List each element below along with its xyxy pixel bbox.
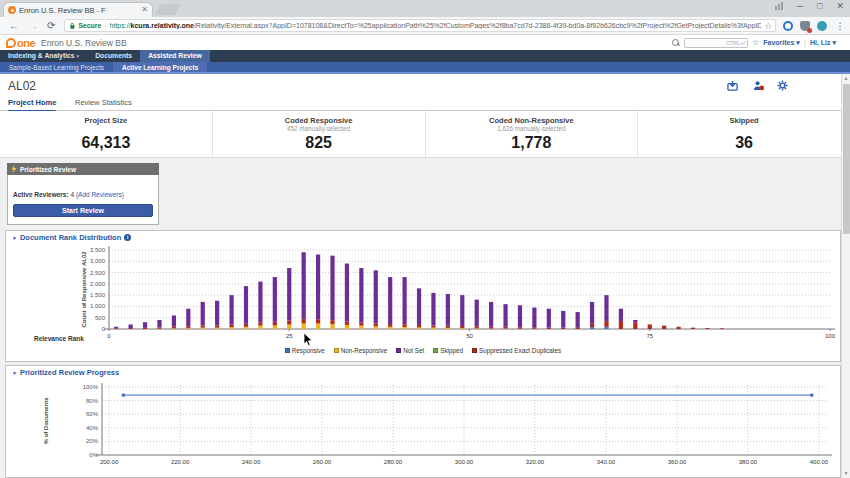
bar-segment-not_set (460, 295, 464, 326)
bar-segment-suppressed (446, 326, 450, 328)
chart-legend: ResponsiveNon-ResponsiveNot SetSkippedSu… (6, 347, 840, 354)
bar-segment-responsive (590, 327, 594, 329)
page-title: AL02 (8, 79, 36, 93)
rank-distribution-header[interactable]: ▼ Document Rank Distribution i (6, 231, 840, 242)
address-bar[interactable]: Secure | https://kcura.relativity.one/Re… (64, 19, 776, 32)
window-close-button[interactable]: ✕ (836, 1, 844, 11)
bar-segment-non_responsive (302, 323, 306, 329)
bar-segment-not_set (330, 256, 334, 321)
tab-review-statistics[interactable]: Review Statistics (75, 98, 132, 110)
add-reviewers-link[interactable]: (Add Reviewers) (76, 191, 124, 198)
nav-assisted-review[interactable]: Assisted Review (140, 50, 210, 62)
y-tick-label: 2,500 (90, 270, 106, 276)
stat-value: 64,313 (0, 134, 212, 152)
bar-segment-suppressed (561, 328, 565, 329)
stat-coded-non-responsive: Coded Non-Responsive 1,626 manually-sele… (425, 111, 638, 157)
x-tick-label: 75 (646, 333, 653, 339)
legend-swatch (433, 348, 438, 353)
settings-gear-icon[interactable] (777, 80, 788, 91)
bar-segment-suppressed (576, 328, 580, 329)
bar-segment-suppressed (604, 321, 608, 327)
collapse-icon[interactable]: ▼ (12, 235, 17, 241)
bar-segment-suppressed (532, 327, 536, 329)
widget-header[interactable]: Prioritized Review (7, 163, 159, 175)
forward-button[interactable]: → (28, 21, 38, 31)
bar-segment-not_set (576, 312, 580, 328)
refresh-button[interactable]: ⟳ (47, 21, 55, 31)
back-button[interactable]: ← (9, 21, 19, 31)
chevron-down-icon: ▾ (77, 53, 80, 59)
bar-segment-suppressed (287, 320, 291, 324)
stat-value: 1,778 (426, 134, 638, 152)
bar-segment-non_responsive (446, 328, 450, 329)
y-tick-label: 2,000 (90, 281, 106, 287)
bookmark-star-icon[interactable]: ☆ (764, 21, 772, 31)
bar-segment-responsive (604, 327, 608, 329)
window-minimize-button[interactable]: ─ (797, 1, 803, 11)
x-tick-label: 300.00 (455, 459, 474, 465)
extension-globe-icon[interactable] (817, 21, 827, 31)
subnav-active-learning[interactable]: Active Learning Projects (113, 62, 207, 72)
bar-segment-suppressed (330, 320, 334, 324)
subnav-sample-based[interactable]: Sample-Based Learning Projects (0, 62, 113, 72)
reviewers-alert-icon[interactable] (753, 80, 764, 91)
bar-segment-suppressed (633, 322, 637, 329)
bar-segment-suppressed (143, 328, 147, 329)
nav-indexing-analytics[interactable]: Indexing & Analytics▾ (0, 50, 87, 62)
legend-item: Responsive (285, 347, 325, 354)
bar-segment-non_responsive (374, 326, 378, 329)
page-header: AL02 (0, 74, 850, 96)
browser-menu-icon[interactable]: ⋮ (835, 21, 844, 31)
bar-segment-non_responsive (229, 327, 233, 329)
y-tick-label: 80% (86, 398, 99, 404)
export-icon[interactable] (727, 80, 738, 91)
review-progress-header[interactable]: ▼ Prioritized Review Progress (6, 366, 840, 377)
extension-shield-icon[interactable] (800, 21, 810, 31)
titlebar-badge-icon (775, 2, 783, 10)
nav-documents[interactable]: Documents (87, 50, 140, 62)
bar-segment-suppressed (345, 322, 349, 325)
x-tick-label: 360.00 (668, 459, 687, 465)
stat-label: Coded Responsive (213, 116, 425, 125)
browser-tab[interactable]: Enron U.S. Review BB - F ✕ (3, 2, 153, 17)
bar-segment-non_responsive (258, 326, 262, 329)
bar-segment-not_set (374, 270, 378, 323)
logo-text: one (17, 37, 35, 49)
scroll-up-icon[interactable]: ▲ (842, 74, 850, 83)
bar-segment-not_set (446, 294, 450, 326)
stat-coded-responsive: Coded Responsive 452 manually-selected 8… (212, 111, 425, 157)
bar-segment-non_responsive (403, 327, 407, 329)
user-menu[interactable]: Hi, Liz ▾ (810, 39, 836, 47)
bar-segment-suppressed (215, 325, 219, 327)
review-progress-section: ▼ Prioritized Review Progress 200.00220.… (5, 365, 841, 478)
legend-swatch (396, 348, 401, 353)
y-tick-label: 3,500 (90, 247, 106, 253)
bar-segment-not_set (157, 320, 161, 327)
collapse-icon[interactable]: ▼ (12, 370, 17, 376)
info-icon[interactable]: i (124, 234, 131, 241)
legend-swatch (285, 348, 290, 353)
bar-segment-suppressed (460, 326, 464, 328)
extension-ring-icon[interactable] (783, 21, 793, 31)
bar-segment-not_set (388, 277, 392, 324)
new-tab-button[interactable] (155, 4, 180, 15)
start-review-button[interactable]: Start Review (13, 204, 153, 217)
favorites-star-icon[interactable]: ☆ (752, 38, 759, 47)
stat-value: 36 (638, 134, 850, 152)
window-maximize-button[interactable]: □ (817, 1, 822, 11)
search-input[interactable]: CTRL+/ (684, 38, 748, 48)
scroll-down-icon[interactable]: ▼ (842, 469, 850, 478)
tab-project-home[interactable]: Project Home (8, 98, 56, 112)
scrollbar-thumb[interactable] (843, 84, 850, 234)
search-icon[interactable] (672, 39, 680, 47)
legend-item: Non-Responsive (334, 347, 388, 354)
tab-close-icon[interactable]: ✕ (141, 6, 148, 14)
bar-segment-non_responsive (475, 328, 479, 329)
bar-segment-not_set (215, 301, 219, 326)
page-scrollbar[interactable]: ▲ ▼ (841, 74, 850, 478)
favorites-menu[interactable]: Favorites ▾ (763, 39, 800, 47)
sub-nav: Sample-Based Learning Projects Active Le… (0, 62, 850, 74)
stat-skipped: Skipped 36 (637, 111, 850, 157)
bar-segment-suppressed (244, 324, 248, 327)
legend-label: Skipped (440, 347, 463, 354)
